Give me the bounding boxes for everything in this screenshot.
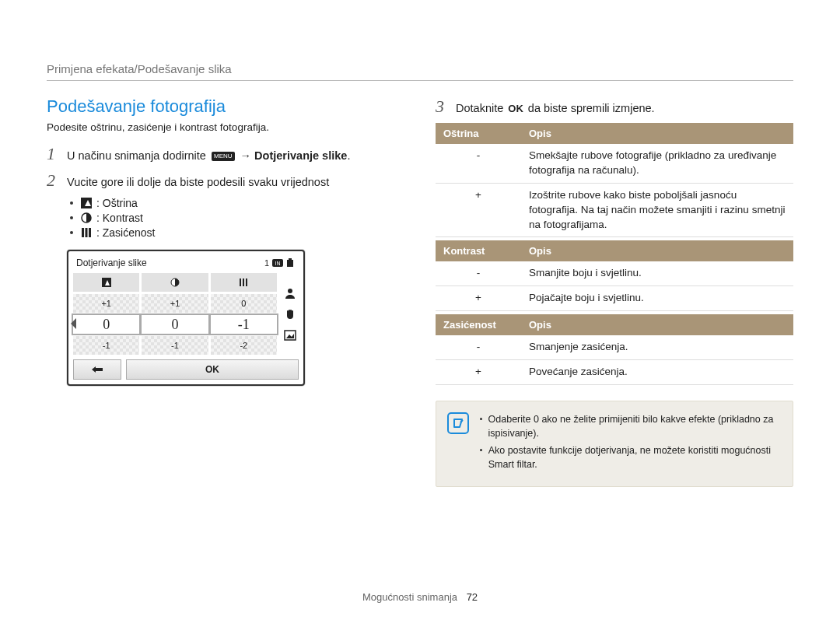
table-row: - Smanjite boju i svjetlinu. xyxy=(436,261,793,285)
svg-rect-8 xyxy=(287,260,293,267)
table-header: Zasićenost Opis xyxy=(436,314,793,335)
td-desc: Povećanje zasićenja. xyxy=(521,360,793,385)
step-1: 1 U načinu snimanja dodirnite MENU → Dot… xyxy=(47,144,404,164)
th: Opis xyxy=(521,123,793,144)
step-text: Vucite gore ili dolje da biste podesili … xyxy=(67,174,404,190)
td-symbol: + xyxy=(436,183,521,237)
note-icon xyxy=(447,412,469,434)
td-desc: Pojačajte boju i svjetlinu. xyxy=(521,286,793,311)
svg-rect-3 xyxy=(82,228,84,237)
td-desc: Izoštrite rubove kako biste poboljšali j… xyxy=(521,183,793,237)
battery-icon xyxy=(286,258,296,268)
grid-cell[interactable]: -2 xyxy=(211,336,277,355)
contrast-icon xyxy=(81,212,92,223)
footer: Mogućnosti snimanja 72 xyxy=(0,591,840,603)
note-text: Ako postavite funkcije dotjerivanja, ne … xyxy=(488,443,782,471)
svg-text:IN: IN xyxy=(275,261,281,266)
grid-cell[interactable]: -1 xyxy=(73,336,139,355)
td-symbol: - xyxy=(436,335,521,359)
sub-label: : Zasićenost xyxy=(96,226,155,239)
note-item: Odaberite 0 ako ne želite primijeniti bi… xyxy=(480,412,782,440)
grid-value: 0 xyxy=(103,317,110,333)
bullet-icon xyxy=(480,418,482,420)
table-row: + Izoštrite rubove kako biste poboljšali… xyxy=(436,183,793,237)
description-text: Podesite oštrinu, zasićenje i kontrast f… xyxy=(47,121,404,133)
preview-title: Dotjerivanje slike xyxy=(76,257,147,268)
page-number: 72 xyxy=(467,591,478,603)
grid-icon-contrast xyxy=(142,273,208,292)
th: Opis xyxy=(521,314,793,335)
hand-icon xyxy=(284,308,296,321)
svg-rect-14 xyxy=(243,278,244,286)
bullet-icon xyxy=(70,216,73,219)
image-icon xyxy=(284,329,296,342)
svg-line-19 xyxy=(460,420,463,422)
table-header: Oštrina Opis xyxy=(436,123,793,144)
sub-item: : Zasićenost xyxy=(70,226,404,239)
table-kontrast: Kontrast Opis - Smanjite boju i svjetlin… xyxy=(436,240,793,311)
bullet-icon xyxy=(480,449,482,451)
table-row: + Povećanje zasićenja. xyxy=(436,360,793,385)
step1-pre: U načinu snimanja dodirnite xyxy=(67,149,209,162)
td-symbol: - xyxy=(436,261,521,285)
note-box: Odaberite 0 ako ne želite primijeniti bi… xyxy=(436,401,793,487)
ok-button[interactable]: OK xyxy=(126,359,299,380)
th: Opis xyxy=(521,240,793,261)
td-symbol: - xyxy=(436,144,521,183)
saturation-icon xyxy=(81,227,92,238)
selector-chevron-left-icon xyxy=(71,318,76,329)
td-symbol: + xyxy=(436,286,521,311)
left-column: Podešavanje fotografija Podesite oštrinu… xyxy=(47,96,404,544)
image-adjust-preview: Dotjerivanje slike 1 IN +1 +1 0 xyxy=(67,250,305,386)
grid-cell-selected[interactable]: 0 xyxy=(142,315,208,334)
preview-side-icons xyxy=(282,273,299,355)
memory-icon: IN xyxy=(272,259,283,267)
step-number: 1 xyxy=(47,144,67,164)
svg-rect-9 xyxy=(289,258,292,260)
step1-arrow: → xyxy=(240,149,252,162)
grid-cell-selected[interactable]: -1 xyxy=(211,315,277,334)
table-zasicenost: Zasićenost Opis - Smanjenje zasićenja. +… xyxy=(436,314,793,385)
svg-rect-15 xyxy=(246,278,247,286)
grid-cell[interactable]: +1 xyxy=(142,294,208,313)
sub-item: : Oštrina xyxy=(70,197,404,209)
step1-target: Dotjerivanje slike xyxy=(254,149,347,162)
grid-cell[interactable]: +1 xyxy=(73,294,139,313)
table-row: + Pojačajte boju i svjetlinu. xyxy=(436,286,793,311)
sub-label: : Oštrina xyxy=(96,197,138,209)
back-button[interactable] xyxy=(73,359,121,380)
table-ostrina: Oštrina Opis - Smekšajte rubove fotograf… xyxy=(436,123,793,237)
table-header: Kontrast Opis xyxy=(436,240,793,261)
grid-icon-sharpness xyxy=(73,273,139,292)
ok-icon: OK xyxy=(508,102,523,116)
step-number: 2 xyxy=(47,170,67,191)
svg-point-16 xyxy=(288,289,292,293)
svg-rect-13 xyxy=(240,278,241,286)
grid-cell[interactable]: -1 xyxy=(142,336,208,355)
th: Zasićenost xyxy=(436,314,521,335)
right-column: 3 Dotaknite OK da biste spremili izmjene… xyxy=(436,96,793,544)
td-desc: Smekšajte rubove fotografije (prikladno … xyxy=(521,144,793,183)
step-text: U načinu snimanja dodirnite MENU → Dotje… xyxy=(67,148,404,163)
td-symbol: + xyxy=(436,360,521,385)
svg-rect-5 xyxy=(89,228,91,237)
bullet-icon xyxy=(70,231,73,234)
person-icon xyxy=(284,287,296,299)
back-arrow-icon xyxy=(89,365,105,374)
adjust-grid: +1 +1 0 0 0 -1 -1 -1 -2 xyxy=(73,273,277,355)
bullet-icon xyxy=(70,201,73,205)
step1-dot: . xyxy=(347,149,350,162)
step-number: 3 xyxy=(436,96,456,117)
table-row: - Smekšajte rubove fotografije (prikladn… xyxy=(436,144,793,183)
svg-marker-18 xyxy=(286,334,294,338)
note-text: Odaberite 0 ako ne želite primijeniti bi… xyxy=(488,412,782,440)
breadcrumb: Primjena efekata/Podešavanje slika xyxy=(47,62,793,81)
sharpness-icon xyxy=(81,198,92,208)
sub-item: : Kontrast xyxy=(70,212,404,224)
grid-cell-selected[interactable]: 0 xyxy=(73,315,139,334)
step-3: 3 Dotaknite OK da biste spremili izmjene… xyxy=(436,96,793,117)
grid-cell[interactable]: 0 xyxy=(211,294,277,313)
svg-rect-4 xyxy=(86,228,88,237)
td-desc: Smanjenje zasićenja. xyxy=(521,335,793,359)
sub-bullet-list: : Oštrina : Kontrast : Zasićenost xyxy=(70,197,404,239)
